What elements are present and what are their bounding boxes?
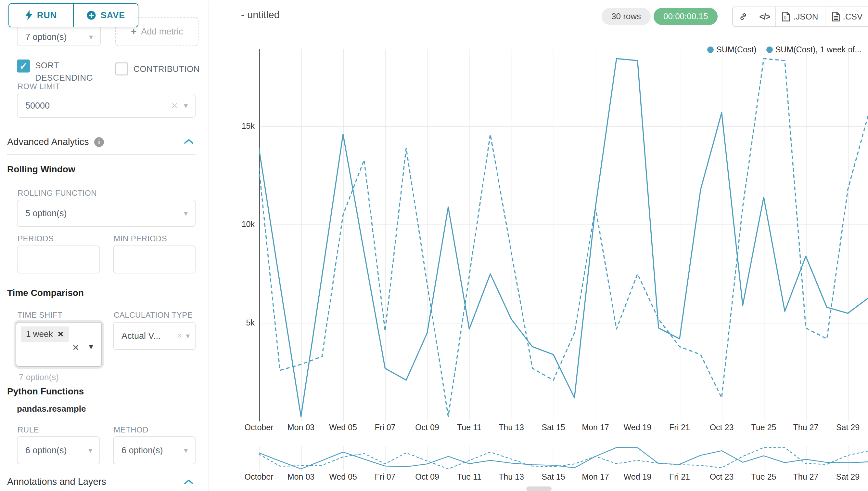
chart-title: - untitled (241, 9, 280, 21)
contribution-label: CONTRIBUTION (133, 64, 200, 74)
share-link-button[interactable] (733, 7, 754, 26)
x-axis-tick-label: Tue 11 (447, 423, 492, 432)
x-axis-tick-label: Thu 27 (783, 423, 829, 432)
view-query-button[interactable]: </> (754, 7, 775, 26)
rolling-function-select[interactable]: 5 option(s) ▾ (17, 200, 195, 227)
y-axis-tick-label: 5k (235, 318, 255, 327)
time-shift-tag: 1 week ✕ (21, 326, 69, 342)
collapse-chevron-icon[interactable] (184, 479, 194, 486)
x-axis-tick-label: Wed 05 (320, 472, 366, 482)
time-shift-label: TIME SHIFT (18, 311, 62, 320)
link-icon (739, 12, 747, 21)
chevron-down-icon: ▾ (184, 101, 195, 110)
clear-icon[interactable]: ✕ (72, 343, 79, 353)
query-timer-badge: 00:00:00.15 (654, 8, 718, 25)
rule-value: 6 option(s) (18, 445, 88, 456)
x-axis-tick-label: Thu 13 (489, 423, 534, 432)
x-axis-tick-label: Mon 03 (278, 472, 324, 482)
collapse-chevron-icon[interactable] (184, 139, 194, 146)
checkbox-checked-icon[interactable]: ✓ (17, 59, 30, 73)
run-button[interactable]: RUN (9, 4, 73, 27)
method-label: METHOD (114, 425, 149, 434)
export-csv-button[interactable]: .CSV (825, 7, 868, 26)
time-shift-helper: 7 option(s) (19, 372, 59, 382)
advanced-analytics-header[interactable]: Advanced Analytics i (7, 137, 195, 147)
plus-icon: + (131, 26, 137, 37)
sort-descending-label: SORT DESCENDING (35, 60, 93, 83)
clear-icon[interactable]: ✕ (177, 332, 186, 340)
export-json-button[interactable]: 〈〉 .JSON (775, 7, 825, 26)
x-axis-tick-label: Wed 19 (615, 472, 660, 482)
chevron-down-icon[interactable]: ▼ (87, 342, 95, 351)
main-line-chart[interactable] (259, 49, 868, 422)
chart-panel: - untitled 30 rows 00:00:00.15 </> 〈〉 .J… (210, 0, 868, 491)
min-periods-label: MIN PERIODS (114, 234, 167, 243)
time-comparison-title: Time Comparison (7, 288, 84, 298)
x-axis-tick-label: Sat 29 (825, 472, 868, 482)
file-csv-icon (832, 12, 840, 22)
method-select[interactable]: 6 option(s) ▾ (113, 436, 195, 464)
section-divider (7, 154, 195, 155)
code-icon: </> (759, 12, 770, 22)
contribution-checkbox-row[interactable]: CONTRIBUTION (115, 62, 200, 76)
svg-text:〈〉: 〈〉 (784, 15, 786, 20)
x-axis-tick-label: October (236, 423, 282, 432)
export-json-label: .JSON (793, 12, 818, 22)
calculation-type-select[interactable]: Actual V... ✕ ▾ (113, 322, 195, 350)
annotations-header[interactable]: Annotations and Layers (7, 476, 195, 487)
x-axis-tick-label: Oct 23 (699, 472, 745, 482)
row-limit-select[interactable]: 50000 ✕ ▾ (17, 94, 195, 118)
checkbox-unchecked-icon[interactable] (115, 62, 128, 76)
run-button-label: RUN (37, 10, 57, 21)
x-axis-tick-label: Fri 07 (363, 472, 408, 482)
advanced-analytics-title: Advanced Analytics (7, 137, 89, 147)
x-axis-tick-label: Oct 09 (404, 423, 450, 432)
periods-label: PERIODS (18, 234, 54, 243)
run-save-button-group: RUN SAVE (8, 3, 138, 27)
x-axis-tick-label: Tue 11 (447, 472, 492, 482)
x-axis-tick-label: Mon 17 (573, 472, 618, 482)
x-axis-tick-label: Mon 17 (573, 423, 618, 432)
save-button[interactable]: SAVE (73, 4, 138, 27)
lightning-icon (25, 10, 32, 21)
control-sidebar: RUN SAVE 7 option(s) ▾ + Add metric ✓ SO… (0, 0, 209, 491)
x-axis-tick-label: Sat 15 (531, 472, 576, 482)
time-shift-tag-value: 1 week (26, 329, 53, 339)
save-button-label: SAVE (101, 10, 125, 21)
pandas-resample-label: pandas.resample (17, 404, 86, 414)
x-axis-tick-label: Mon 03 (278, 423, 324, 432)
min-periods-input[interactable] (113, 246, 195, 273)
chevron-down-icon: ▾ (184, 209, 195, 218)
y-axis-tick-label: 15k (235, 121, 255, 131)
tag-remove-icon[interactable]: ✕ (57, 330, 64, 339)
file-json-icon: 〈〉 (782, 12, 790, 22)
x-axis-tick-label: Tue 25 (741, 472, 786, 482)
row-limit-value: 50000 (18, 101, 171, 111)
sort-descending-checkbox-row[interactable]: ✓ SORT DESCENDING (17, 59, 98, 84)
x-axis-tick-label: Oct 09 (404, 472, 450, 482)
mini-preview-chart[interactable] (259, 446, 868, 471)
row-count-badge: 30 rows (601, 8, 651, 25)
rolling-function-value: 5 option(s) (18, 208, 184, 219)
clear-icon[interactable]: ✕ (171, 101, 184, 111)
rule-select[interactable]: 6 option(s) ▾ (17, 436, 100, 464)
chevron-down-icon: ▾ (88, 446, 99, 455)
chevron-down-icon: ▾ (186, 331, 195, 341)
time-shift-multiselect[interactable]: 1 week ✕ ✕ ▼ (16, 322, 102, 367)
row-limit-label: ROW LIMIT (18, 82, 60, 91)
x-axis-tick-label: Wed 05 (320, 423, 366, 432)
plus-circle-icon (86, 10, 96, 20)
x-axis-tick-label: October (236, 472, 282, 482)
scroll-handle[interactable] (526, 487, 552, 491)
calculation-type-value: Actual V... (114, 331, 177, 341)
chevron-down-icon: ▾ (184, 446, 195, 455)
python-functions-title: Python Functions (7, 386, 84, 397)
x-axis-tick-label: Sat 29 (825, 423, 868, 432)
x-axis-tick-label: Thu 27 (783, 472, 829, 482)
periods-input[interactable] (17, 246, 100, 273)
x-axis-tick-label: Tue 25 (741, 423, 786, 432)
info-icon[interactable]: i (94, 137, 104, 147)
x-axis-tick-label: Fri 21 (657, 472, 702, 482)
x-axis-tick-label: Fri 21 (657, 423, 702, 432)
export-toolbar: </> 〈〉 .JSON .CSV (732, 6, 868, 27)
